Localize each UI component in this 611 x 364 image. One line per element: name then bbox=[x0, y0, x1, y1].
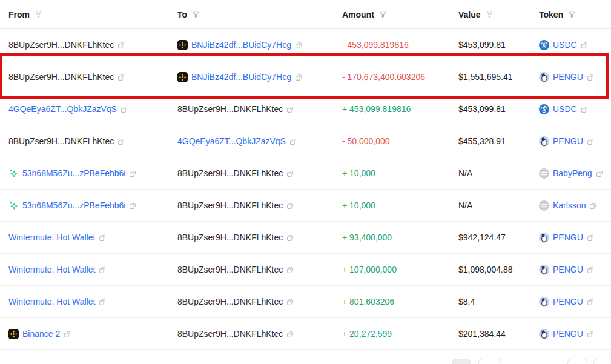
pengu-icon bbox=[539, 233, 549, 243]
token-link[interactable]: PENGU bbox=[553, 136, 583, 146]
column-label: Value bbox=[458, 10, 481, 19]
copy-icon[interactable] bbox=[99, 298, 107, 306]
copy-icon[interactable] bbox=[286, 105, 294, 113]
amount: - 453,099.819816 bbox=[342, 40, 458, 50]
copy-icon[interactable] bbox=[286, 170, 294, 177]
from-address[interactable]: 53n68M56Zu...zPBeFehb6i bbox=[22, 200, 125, 210]
copy-icon[interactable] bbox=[587, 330, 595, 338]
value: $201,384.44 bbox=[458, 329, 539, 339]
from-address[interactable]: 8BUpZser9H...DNKFLhKtec bbox=[8, 136, 114, 146]
from-cell: 53n68M56Zu...zPBeFehb6i bbox=[8, 200, 177, 211]
copy-icon[interactable] bbox=[286, 266, 294, 274]
pagination-button[interactable] bbox=[452, 359, 471, 364]
to-address[interactable]: 8BUpZser9H...DNKFLhKtec bbox=[177, 233, 283, 242]
copy-icon[interactable] bbox=[286, 298, 294, 306]
token-cell: PENGU bbox=[539, 136, 611, 147]
copy-icon[interactable] bbox=[587, 137, 595, 145]
copy-icon[interactable] bbox=[129, 202, 137, 210]
to-address[interactable]: BNJiBz42df...BUidCy7Hcg bbox=[191, 40, 291, 50]
copy-icon[interactable] bbox=[99, 234, 107, 242]
from-address[interactable]: Wintermute: Hot Wallet bbox=[8, 265, 95, 274]
to-cell: 8BUpZser9H...DNKFLhKtec bbox=[177, 200, 342, 210]
copy-icon[interactable] bbox=[286, 202, 294, 210]
copy-icon[interactable] bbox=[587, 298, 595, 306]
copy-icon[interactable] bbox=[587, 266, 595, 274]
from-address[interactable]: 8BUpZser9H...DNKFLhKtec bbox=[8, 72, 114, 82]
to-address[interactable]: 8BUpZser9H...DNKFLhKtec bbox=[177, 265, 283, 274]
copy-icon[interactable] bbox=[117, 137, 125, 145]
token-link[interactable]: PENGU bbox=[553, 297, 583, 306]
to-address[interactable]: 4GQeEya6ZT...QbkJZazVqS bbox=[177, 136, 286, 146]
to-address[interactable]: 8BUpZser9H...DNKFLhKtec bbox=[177, 329, 283, 339]
from-cell: 53n68M56Zu...zPBeFehb6i bbox=[8, 168, 177, 179]
filter-icon[interactable] bbox=[486, 10, 494, 18]
token-link[interactable]: PENGU bbox=[553, 233, 583, 242]
copy-icon[interactable] bbox=[587, 234, 595, 242]
from-address[interactable]: Wintermute: Hot Wallet bbox=[8, 297, 95, 306]
token-link[interactable]: PENGU bbox=[553, 265, 583, 274]
from-address[interactable]: 8BUpZser9H...DNKFLhKtec bbox=[8, 40, 114, 50]
token-link[interactable]: USDC bbox=[553, 40, 577, 50]
token-cell: Karlsson bbox=[539, 200, 611, 211]
filter-icon[interactable] bbox=[568, 10, 576, 18]
copy-icon[interactable] bbox=[581, 41, 589, 49]
copy-icon[interactable] bbox=[286, 330, 294, 338]
token-link[interactable]: BabyPeng bbox=[553, 168, 592, 178]
token-link[interactable]: USDC bbox=[553, 104, 577, 114]
copy-icon[interactable] bbox=[286, 234, 294, 242]
svg-text:$: $ bbox=[543, 42, 546, 48]
to-address[interactable]: 8BUpZser9H...DNKFLhKtec bbox=[177, 168, 283, 178]
table-row: 53n68M56Zu...zPBeFehb6i 8BUpZser9H...DNK… bbox=[0, 190, 611, 222]
amount: + 10,000 bbox=[342, 200, 458, 210]
copy-icon[interactable] bbox=[587, 73, 595, 81]
value: $942,124.47 bbox=[458, 233, 539, 242]
copy-icon[interactable] bbox=[596, 170, 604, 177]
copy-icon[interactable] bbox=[589, 202, 597, 210]
pagination-button[interactable] bbox=[478, 359, 501, 364]
from-address[interactable]: 53n68M56Zu...zPBeFehb6i bbox=[22, 168, 125, 178]
generic-token-icon bbox=[539, 168, 549, 179]
copy-icon[interactable] bbox=[295, 73, 303, 81]
sparkle-icon bbox=[8, 200, 19, 211]
from-cell: 8BUpZser9H...DNKFLhKtec bbox=[8, 136, 177, 146]
amount: - 50,000,000 bbox=[342, 136, 458, 146]
to-address[interactable]: 8BUpZser9H...DNKFLhKtec bbox=[177, 297, 283, 306]
copy-icon[interactable] bbox=[581, 105, 589, 113]
token-link[interactable]: PENGU bbox=[553, 329, 583, 339]
filter-icon[interactable] bbox=[192, 10, 200, 18]
filter-icon[interactable] bbox=[379, 10, 387, 18]
to-cell: 8BUpZser9H...DNKFLhKtec bbox=[177, 168, 342, 178]
from-address[interactable]: Wintermute: Hot Wallet bbox=[8, 233, 95, 242]
token-cell: $ USDC bbox=[539, 40, 611, 50]
binance-icon bbox=[177, 40, 188, 50]
to-address[interactable]: 8BUpZser9H...DNKFLhKtec bbox=[177, 104, 283, 114]
value: N/A bbox=[458, 168, 539, 178]
copy-icon[interactable] bbox=[121, 105, 128, 113]
copy-icon[interactable] bbox=[129, 170, 137, 177]
token-link[interactable]: PENGU bbox=[553, 72, 583, 82]
copy-icon[interactable] bbox=[99, 266, 107, 274]
amount: + 107,000,000 bbox=[342, 265, 458, 274]
from-cell: 8BUpZser9H...DNKFLhKtec bbox=[8, 72, 177, 82]
amount: - 170,673,400.603206 bbox=[342, 72, 458, 82]
from-cell: 8BUpZser9H...DNKFLhKtec bbox=[8, 40, 177, 50]
to-cell: 8BUpZser9H...DNKFLhKtec bbox=[177, 104, 342, 114]
table-row: Binance 2 8BUpZser9H...DNKFLhKtec + 20,2… bbox=[0, 318, 611, 350]
table-row: Wintermute: Hot Wallet 8BUpZser9H...DNKF… bbox=[0, 254, 611, 286]
to-address[interactable]: 8BUpZser9H...DNKFLhKtec bbox=[177, 200, 283, 210]
copy-icon[interactable] bbox=[295, 41, 303, 49]
to-cell: BNJiBz42df...BUidCy7Hcg bbox=[177, 72, 342, 82]
usdc-icon: $ bbox=[539, 40, 549, 50]
copy-icon[interactable] bbox=[117, 73, 125, 81]
token-cell: PENGU bbox=[539, 72, 611, 82]
copy-icon[interactable] bbox=[64, 330, 71, 338]
to-address[interactable]: BNJiBz42df...BUidCy7Hcg bbox=[191, 72, 291, 82]
token-link[interactable]: Karlsson bbox=[553, 200, 586, 210]
copy-icon[interactable] bbox=[289, 137, 297, 145]
pagination-button[interactable] bbox=[567, 359, 587, 364]
copy-icon[interactable] bbox=[117, 41, 125, 49]
pagination-button[interactable] bbox=[593, 359, 611, 364]
from-address[interactable]: 4GQeEya6ZT...QbkJZazVqS bbox=[8, 104, 117, 114]
filter-icon[interactable] bbox=[35, 10, 42, 18]
from-address[interactable]: Binance 2 bbox=[22, 329, 60, 339]
